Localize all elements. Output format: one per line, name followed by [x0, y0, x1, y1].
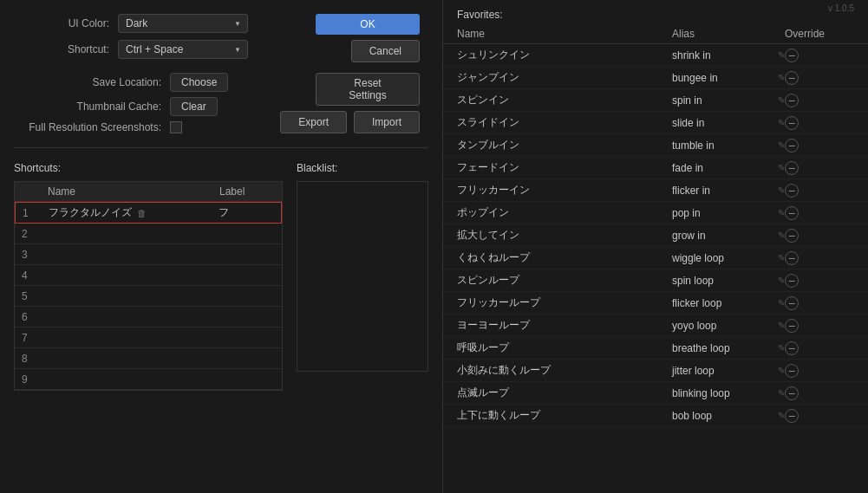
fav-remove-button[interactable]: −	[785, 296, 799, 310]
fav-row[interactable]: 小刻みに動くループ jitter loop ✎ −	[443, 360, 868, 382]
fav-alias-wrap: fade in ✎	[672, 162, 785, 174]
shortcut-row-1[interactable]: 1 フラクタルノイズ 🗑 フ	[15, 202, 282, 224]
fav-remove-button[interactable]: −	[785, 139, 799, 152]
reset-button[interactable]: Reset Settings	[316, 73, 420, 106]
fav-alias-wrap: jitter loop ✎	[672, 365, 785, 377]
shortcut-row-4[interactable]: 4	[15, 265, 282, 286]
fav-edit-icon[interactable]: ✎	[778, 50, 785, 60]
cancel-button[interactable]: Cancel	[351, 40, 420, 62]
fav-remove-button[interactable]: −	[785, 341, 799, 355]
fav-item-name: ポップイン	[457, 205, 672, 220]
fav-row[interactable]: くねくねループ wiggle loop ✎ −	[443, 247, 868, 269]
ok-button[interactable]: OK	[316, 14, 420, 35]
shortcut-name-1: フラクタルノイズ 🗑	[42, 203, 212, 223]
clear-button[interactable]: Clear	[170, 97, 218, 116]
fav-edit-icon[interactable]: ✎	[778, 163, 785, 172]
fav-edit-icon[interactable]: ✎	[778, 118, 785, 127]
fav-remove-button[interactable]: −	[785, 364, 799, 378]
fav-remove-button[interactable]: −	[785, 251, 799, 265]
fav-remove-button[interactable]: −	[785, 49, 799, 62]
fav-edit-icon[interactable]: ✎	[778, 343, 785, 353]
fav-row[interactable]: タンブルイン tumble in ✎ −	[443, 134, 868, 157]
fav-remove-button[interactable]: −	[785, 71, 799, 85]
favorites-columns: Name Alias Override	[443, 24, 868, 44]
shortcut-row-2[interactable]: 2	[15, 224, 282, 244]
choose-button[interactable]: Choose	[170, 73, 228, 92]
fav-item-alias: bob loop	[672, 410, 773, 422]
full-res-label: Full Resolution Screenshots:	[14, 121, 161, 133]
shortcut-row-6[interactable]: 6	[15, 307, 282, 328]
fav-remove-button[interactable]: −	[785, 274, 799, 288]
export-button[interactable]: Export	[280, 111, 347, 133]
fav-edit-icon[interactable]: ✎	[778, 73, 785, 82]
fav-item-alias: spin in	[672, 94, 773, 107]
fav-col-alias: Alias	[672, 28, 785, 40]
fav-edit-icon[interactable]: ✎	[778, 276, 785, 285]
fav-edit-icon[interactable]: ✎	[778, 388, 785, 398]
shortcut-row-9[interactable]: 9	[15, 369, 282, 390]
blacklist-box	[297, 181, 428, 372]
fav-edit-icon[interactable]: ✎	[778, 321, 785, 330]
fav-remove-button[interactable]: −	[785, 409, 799, 423]
fav-item-alias: tumble in	[672, 139, 773, 152]
shortcut-row-7[interactable]: 7	[15, 328, 282, 348]
fav-edit-icon[interactable]: ✎	[778, 185, 785, 195]
fav-override: −	[785, 251, 854, 265]
fav-row[interactable]: シュリンクイン shrink in ✎ −	[443, 44, 868, 67]
fav-remove-button[interactable]: −	[785, 206, 799, 220]
shortcut-row-8[interactable]: 8	[15, 348, 282, 369]
fav-edit-icon[interactable]: ✎	[778, 411, 785, 420]
delete-shortcut-1[interactable]: 🗑	[137, 208, 147, 218]
fav-remove-button[interactable]: −	[785, 161, 799, 175]
fav-row[interactable]: フリッカーループ flicker loop ✎ −	[443, 292, 868, 315]
fav-override: −	[785, 94, 854, 107]
fav-remove-button[interactable]: −	[785, 116, 799, 130]
fav-row[interactable]: スピンイン spin in ✎ −	[443, 89, 868, 112]
fav-row[interactable]: フェードイン fade in ✎ −	[443, 157, 868, 179]
fav-row[interactable]: ジャンプイン bungee in ✎ −	[443, 67, 868, 89]
fav-row[interactable]: 点滅ループ blinking loop ✎ −	[443, 382, 868, 405]
fav-item-name: シュリンクイン	[457, 48, 672, 62]
shortcut-row-3[interactable]: 3	[15, 244, 282, 265]
fav-item-name: フリッカーイン	[457, 183, 672, 198]
fav-edit-icon[interactable]: ✎	[778, 208, 785, 217]
fav-edit-icon[interactable]: ✎	[778, 298, 785, 308]
fav-row[interactable]: スライドイン slide in ✎ −	[443, 112, 868, 134]
fav-edit-icon[interactable]: ✎	[778, 95, 785, 105]
divider	[14, 147, 428, 148]
fav-remove-button[interactable]: −	[785, 386, 799, 400]
shortcut-select[interactable]: Ctrl + Space	[118, 40, 248, 59]
fav-row[interactable]: 拡大してイン grow in ✎ −	[443, 224, 868, 247]
fav-row[interactable]: 上下に動くループ bob loop ✎ −	[443, 405, 868, 427]
fav-override: −	[785, 139, 854, 152]
import-button[interactable]: Import	[354, 111, 420, 133]
fav-edit-icon[interactable]: ✎	[778, 366, 785, 375]
fav-override: −	[785, 409, 854, 423]
fav-edit-icon[interactable]: ✎	[778, 230, 785, 240]
fav-edit-icon[interactable]: ✎	[778, 140, 785, 150]
fav-row[interactable]: スピンループ spin loop ✎ −	[443, 269, 868, 292]
ui-color-select[interactable]: Dark	[118, 14, 248, 33]
fav-edit-icon[interactable]: ✎	[778, 253, 785, 263]
fav-row[interactable]: ヨーヨーループ yoyo loop ✎ −	[443, 315, 868, 337]
shortcut-row-5[interactable]: 5	[15, 286, 282, 307]
fav-item-name: フリッカーループ	[457, 295, 672, 310]
fav-row[interactable]: 呼吸ループ breathe loop ✎ −	[443, 337, 868, 360]
fav-remove-button[interactable]: −	[785, 184, 799, 198]
fav-row[interactable]: フリッカーイン flicker in ✎ −	[443, 179, 868, 202]
fav-alias-wrap: breathe loop ✎	[672, 342, 785, 354]
fav-remove-button[interactable]: −	[785, 229, 799, 243]
fav-item-alias: blinking loop	[672, 387, 773, 399]
fav-item-alias: grow in	[672, 230, 773, 242]
favorites-list[interactable]: シュリンクイン shrink in ✎ − ジャンプイン bungee in ✎…	[443, 44, 868, 493]
fav-remove-button[interactable]: −	[785, 94, 799, 107]
full-res-checkbox[interactable]	[170, 121, 182, 133]
fav-item-alias: spin loop	[672, 275, 773, 287]
fav-row[interactable]: ポップイン pop in ✎ −	[443, 202, 868, 224]
shortcuts-title: Shortcuts:	[14, 162, 283, 174]
col-header-name: Name	[41, 182, 212, 201]
fav-remove-button[interactable]: −	[785, 319, 799, 333]
col-header-label: Label	[212, 182, 282, 201]
shortcut-label: Shortcut:	[14, 43, 109, 55]
fav-item-name: くねくねループ	[457, 250, 672, 265]
